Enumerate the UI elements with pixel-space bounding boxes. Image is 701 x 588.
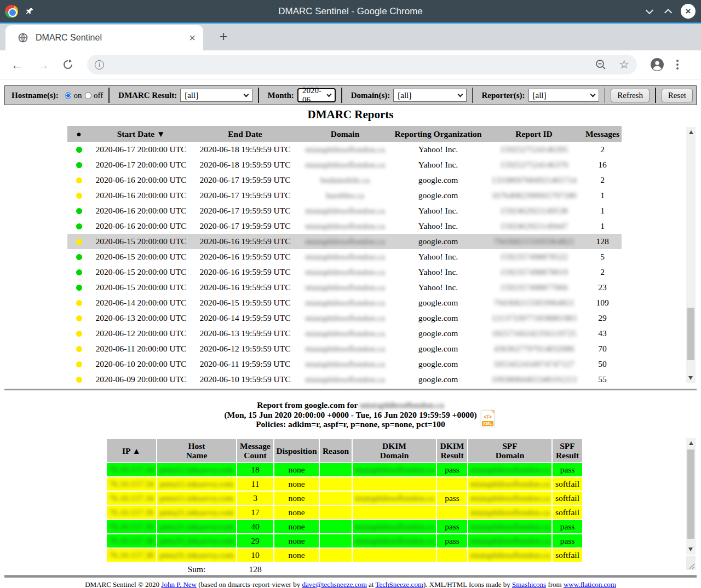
detail-col-spf-result[interactable]: SPF Result <box>553 439 582 462</box>
reporter-select[interactable]: [all] <box>528 89 599 102</box>
profile-avatar[interactable] <box>650 57 664 72</box>
footer-link[interactable]: John P. New <box>161 580 197 588</box>
report-row[interactable]: 2020-06-16 20:00:00 UTC2020-06-17 19:59:… <box>67 188 622 203</box>
screen: DMARC Sentinel - Google Chrome × DMARC S… <box>0 0 701 588</box>
report-row[interactable]: 2020-06-15 20:00:00 UTC2020-06-16 19:59:… <box>67 264 622 280</box>
maximize-icon[interactable] <box>664 9 672 16</box>
footer-link[interactable]: dave@techsneeze.com <box>302 580 366 588</box>
footer-link[interactable]: www.flaticon.com <box>564 580 616 588</box>
report-row[interactable]: 2020-06-13 20:00:00 UTC2020-06-14 19:59:… <box>67 310 622 326</box>
start-date-cell: 2020-06-15 20:00:00 UTC <box>90 280 192 295</box>
report-row[interactable]: 2020-06-15 20:00:00 UTC2020-06-16 19:59:… <box>67 249 622 264</box>
xml-file-icon[interactable]: </> XML <box>481 410 495 427</box>
report-row[interactable]: 2020-06-12 20:00:00 UTC2020-06-13 19:59:… <box>67 326 622 341</box>
messages-cell: 23 <box>583 280 622 295</box>
col-status[interactable]: ● <box>67 126 90 142</box>
detail-scrollbar[interactable] <box>686 438 696 555</box>
resize-grip[interactable] <box>686 556 696 570</box>
status-dot-icon <box>76 331 82 337</box>
dmarc-result-select[interactable]: [all] <box>180 89 252 102</box>
spf-domain-cell: miataphilesoflondon.ca <box>468 492 551 505</box>
report-row[interactable]: 2020-06-14 20:00:00 UTC2020-06-15 19:59:… <box>67 295 622 310</box>
scroll-down-icon[interactable] <box>688 547 693 551</box>
report-row[interactable]: 2020-06-15 20:00:00 UTC2020-06-16 19:59:… <box>67 234 622 249</box>
detail-col-ip[interactable]: IP ▲ <box>107 439 156 462</box>
hostname-off-radio[interactable] <box>85 92 91 99</box>
reload-icon[interactable] <box>60 59 76 70</box>
scroll-down-icon[interactable] <box>688 376 693 380</box>
footer-link[interactable]: TechSneeze.com <box>375 580 423 588</box>
col-domain[interactable]: Domain <box>298 126 392 142</box>
zoom-out-icon[interactable] <box>595 59 607 71</box>
detail-col-spf-domain[interactable]: SPF Domain <box>468 439 551 462</box>
report-id-cell: 18257166242356119725 <box>485 326 583 341</box>
col-messages[interactable]: Messages <box>583 126 622 142</box>
scrollbar-thumb[interactable] <box>687 308 694 360</box>
empty-cell <box>437 563 467 572</box>
reset-button[interactable]: Reset <box>662 89 693 102</box>
report-row[interactable]: 2020-06-09 20:00:00 UTC2020-06-10 19:59:… <box>67 372 622 387</box>
tab-close-icon[interactable]: × <box>188 32 197 43</box>
status-dot-cell <box>67 203 90 218</box>
col-start-date[interactable]: Start Date ▼ <box>90 126 192 142</box>
dkim-result-cell: pass <box>437 520 467 533</box>
site-info-icon[interactable]: i <box>95 60 104 70</box>
disposition-cell: none <box>274 534 319 547</box>
tab-dmarc-sentinel[interactable]: DMARC Sentinel × <box>5 25 203 50</box>
col-reporting-org[interactable]: Reporting Organization <box>392 126 485 142</box>
start-date-cell: 2020-06-15 20:00:00 UTC <box>90 234 192 249</box>
refresh-button[interactable]: Refresh <box>611 89 650 102</box>
footer-link[interactable]: Smashicons <box>512 580 546 588</box>
month-select[interactable]: 2020-06 <box>297 88 336 102</box>
detail-table-container: IP ▲Host NameMessage CountDispositionRea… <box>106 438 588 572</box>
col-end-date[interactable]: End Date <box>192 126 298 142</box>
reports-scrollbar[interactable] <box>686 127 696 383</box>
scroll-up-icon[interactable] <box>689 130 693 134</box>
report-row[interactable]: 2020-06-17 20:00:00 UTC2020-06-18 19:59:… <box>67 142 622 157</box>
disposition-cell: none <box>274 506 319 519</box>
status-dot-cell <box>67 142 90 157</box>
report-row[interactable]: 2020-06-15 20:00:00 UTC2020-06-16 19:59:… <box>67 280 622 295</box>
browser-menu-icon[interactable] <box>676 60 679 70</box>
window-close-button[interactable]: × <box>681 4 696 19</box>
detail-col-dkim-domain[interactable]: DKIM Domain <box>353 439 436 462</box>
start-date-cell: 2020-06-12 20:00:00 UTC <box>90 326 192 341</box>
spf-result-cell: pass <box>553 463 582 476</box>
col-report-id[interactable]: Report ID <box>485 126 583 142</box>
report-row[interactable]: 2020-06-16 20:00:00 UTC2020-06-17 19:59:… <box>67 172 622 188</box>
spf-result-cell: softfail <box>553 492 582 505</box>
detail-col-disposition[interactable]: Disposition <box>274 439 319 462</box>
reporting-org-cell: google.com <box>392 234 485 249</box>
report-row[interactable]: 2020-06-16 20:00:00 UTC2020-06-17 19:59:… <box>67 218 622 234</box>
domain-select[interactable]: [all] <box>393 89 466 102</box>
forward-icon[interactable]: → <box>35 57 51 72</box>
messages-cell: 50 <box>583 356 622 372</box>
detail-col-dkim-result[interactable]: DKIM Result <box>437 439 467 462</box>
bookmark-star-icon[interactable]: ☆ <box>619 58 629 71</box>
scroll-up-icon[interactable] <box>689 441 693 445</box>
new-tab-button[interactable]: + <box>215 28 232 44</box>
chevron-down-icon <box>327 92 332 97</box>
report-row[interactable]: 2020-06-10 20:00:00 UTC2020-06-11 19:59:… <box>67 356 622 372</box>
scrollbar-thumb[interactable] <box>687 449 694 539</box>
report-row[interactable]: 2020-06-16 20:00:00 UTC2020-06-17 19:59:… <box>67 203 622 218</box>
domain-cell: miataphilesoflondon.ca <box>298 249 392 264</box>
report-row[interactable]: 2020-06-11 20:00:00 UTC2020-06-12 19:59:… <box>67 341 622 356</box>
reason-cell <box>320 492 352 505</box>
address-bar[interactable]: i ☆ <box>87 55 637 74</box>
ip-cell: 76.10.157.34 <box>107 492 156 505</box>
empty-cell <box>468 563 551 572</box>
hostname-on-radio[interactable] <box>65 92 72 99</box>
report-row[interactable]: 2020-06-17 20:00:00 UTC2020-06-18 19:59:… <box>67 157 622 172</box>
status-dot-icon <box>76 269 82 275</box>
end-date-cell: 2020-06-18 19:59:59 UTC <box>192 157 298 172</box>
back-icon[interactable]: ← <box>9 57 25 72</box>
detail-col-message-count[interactable]: Message Count <box>237 439 273 462</box>
ip-cell: 76.10.157.34 <box>107 463 156 476</box>
messages-cell: 2 <box>583 142 622 157</box>
detail-col-reason[interactable]: Reason <box>320 439 352 462</box>
messages-cell: 43 <box>583 326 622 341</box>
detail-col-host-name[interactable]: Host Name <box>157 439 236 462</box>
start-date-cell: 2020-06-16 20:00:00 UTC <box>90 172 192 188</box>
domain-cell: miataphilesoflondon.ca <box>298 372 392 387</box>
